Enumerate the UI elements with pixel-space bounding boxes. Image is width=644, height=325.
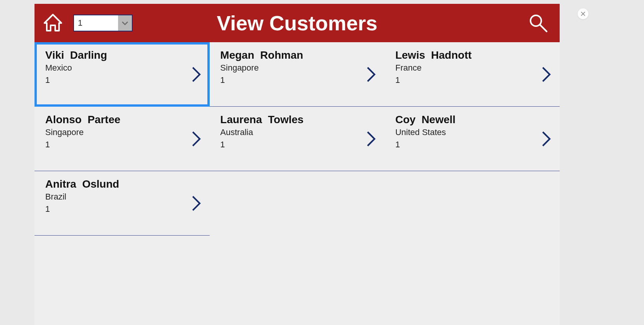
- page-selector-value[interactable]: 1: [74, 15, 118, 31]
- chevron-right-icon[interactable]: [541, 66, 552, 83]
- page-title: View Customers: [217, 11, 377, 35]
- customer-name: Viki Darling: [45, 49, 199, 61]
- customer-name: Megan Rohman: [220, 49, 374, 61]
- chevron-right-icon[interactable]: [366, 130, 377, 147]
- customer-country: France: [395, 63, 549, 73]
- customer-card[interactable]: Laurena TowlesAustralia1: [210, 107, 385, 171]
- customer-number: 1: [395, 75, 549, 85]
- svg-line-1: [540, 25, 547, 31]
- customer-number: 1: [220, 140, 374, 150]
- page-selector[interactable]: 1: [73, 15, 133, 31]
- customer-name: Laurena Towles: [220, 114, 374, 126]
- customer-number: 1: [45, 75, 199, 85]
- customer-card[interactable]: Alonso ParteeSingapore1: [34, 107, 210, 171]
- chevron-down-icon[interactable]: [118, 15, 132, 31]
- customer-country: Brazil: [45, 192, 199, 202]
- customer-name: Coy Newell: [395, 114, 549, 126]
- app-container: 1 View Customers Viki DarlingMexico1Mega…: [34, 4, 560, 325]
- chevron-right-icon[interactable]: [191, 130, 202, 147]
- customer-number: 1: [395, 140, 549, 150]
- close-icon[interactable]: [578, 8, 588, 19]
- customer-number: 1: [220, 75, 374, 85]
- customer-grid: Viki DarlingMexico1Megan RohmanSingapore…: [34, 42, 560, 236]
- chevron-right-icon[interactable]: [191, 195, 202, 212]
- chevron-right-icon[interactable]: [541, 130, 552, 147]
- home-icon[interactable]: [42, 12, 64, 34]
- customer-name: Anitra Oslund: [45, 178, 199, 190]
- search-icon[interactable]: [527, 12, 549, 34]
- customer-card[interactable]: Coy NewellUnited States1: [384, 107, 560, 171]
- customer-card[interactable]: Megan RohmanSingapore1: [210, 42, 385, 107]
- customer-card[interactable]: Viki DarlingMexico1: [34, 42, 210, 107]
- chevron-right-icon[interactable]: [366, 66, 377, 83]
- customer-name: Lewis Hadnott: [395, 49, 549, 61]
- customer-country: Mexico: [45, 63, 199, 73]
- customer-country: United States: [395, 127, 549, 137]
- header: 1 View Customers: [34, 4, 560, 42]
- customer-country: Singapore: [220, 63, 374, 73]
- customer-card[interactable]: Lewis HadnottFrance1: [384, 42, 560, 107]
- customer-number: 1: [45, 204, 199, 214]
- empty-area: [34, 236, 560, 325]
- customer-card[interactable]: Anitra OslundBrazil1: [34, 171, 210, 236]
- customer-number: 1: [45, 140, 199, 150]
- customer-country: Singapore: [45, 127, 199, 137]
- customer-name: Alonso Partee: [45, 114, 199, 126]
- customer-country: Australia: [220, 127, 374, 137]
- chevron-right-icon[interactable]: [191, 66, 202, 83]
